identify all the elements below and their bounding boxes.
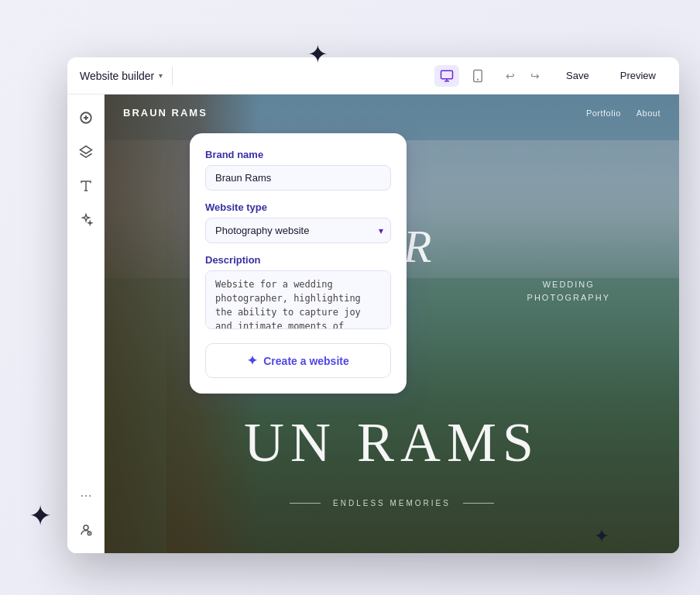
floating-panel: Brand name Website type Photography webs…	[190, 133, 407, 394]
mobile-device-btn[interactable]	[465, 65, 490, 87]
endless-memories: ENDLESS MEMORIES	[105, 499, 679, 507]
undo-button[interactable]: ↩	[499, 65, 521, 87]
line-left	[290, 503, 321, 504]
svg-point-11	[89, 495, 91, 497]
website-nav-about[interactable]: About	[637, 108, 661, 118]
sidebar-icon-account[interactable]	[72, 516, 100, 544]
website-nav-links: Portfolio About	[586, 108, 661, 118]
website-type-group: Website type Photography website Portfol…	[205, 201, 391, 243]
brand-name-label: Brand name	[205, 149, 391, 160]
brand-name-group: Brand name	[205, 149, 391, 191]
website-type-select-wrapper: Photography website Portfolio website Bu…	[205, 218, 391, 243]
desktop-device-btn[interactable]	[434, 65, 459, 87]
sidebar-icon-more[interactable]	[72, 482, 100, 510]
website-type-label: Website type	[205, 201, 391, 213]
website-type-select[interactable]: Photography website Portfolio website Bu…	[205, 218, 391, 243]
un-rams-text: UN RAMS	[105, 414, 679, 470]
create-btn-label: Create a website	[263, 355, 349, 367]
website-logo: BRAUN RAMS	[123, 107, 208, 119]
sidebar-icon-add[interactable]	[72, 104, 100, 132]
preview-button[interactable]: Preview	[609, 65, 667, 86]
brand-name-input[interactable]	[205, 165, 391, 191]
description-textarea[interactable]: Website for a wedding photographer, high…	[205, 270, 391, 329]
decorative-star-bottom-right: ✦	[594, 527, 609, 545]
website-nav: BRAUN RAMS Portfolio About	[105, 95, 679, 131]
toolbar-brand-chevron: ▾	[159, 71, 163, 80]
wedding-text: WEDDINGPHOTOGRAPHY	[527, 278, 610, 305]
svg-point-12	[84, 525, 88, 530]
line-right	[463, 503, 494, 504]
decorative-star-top: ✦	[307, 42, 328, 67]
svg-point-10	[84, 495, 86, 497]
undo-redo-group: ↩ ↪	[499, 65, 546, 87]
canvas: BRAUN RAMS Portfolio About ROMANTIC &MOM…	[105, 95, 679, 553]
toolbar: Website builder ▾	[67, 57, 679, 95]
sidebar-icon-type[interactable]	[72, 172, 100, 200]
toolbar-brand-label: Website builder	[80, 70, 154, 82]
svg-rect-0	[441, 71, 453, 79]
redo-button[interactable]: ↪	[524, 65, 546, 87]
save-button[interactable]: Save	[555, 65, 600, 86]
description-group: Description Website for a wedding photog…	[205, 254, 391, 332]
svg-marker-8	[80, 146, 91, 154]
decorative-star-bottom-left: ✦	[29, 502, 52, 530]
svg-point-9	[81, 495, 82, 497]
braun-rams-big: UN RAMS	[105, 414, 679, 470]
create-btn-star-icon: ✦	[247, 353, 257, 368]
description-label: Description	[205, 254, 391, 266]
browser-window: Website builder ▾	[67, 57, 679, 553]
website-nav-portfolio[interactable]: Portfolio	[586, 108, 621, 118]
sidebar-icon-layers[interactable]	[72, 138, 100, 166]
toolbar-divider	[172, 67, 173, 85]
toolbar-brand[interactable]: Website builder ▾	[80, 70, 163, 82]
endless-memories-text: ENDLESS MEMORIES	[333, 499, 451, 507]
main-area: BRAUN RAMS Portfolio About ROMANTIC &MOM…	[67, 95, 679, 553]
create-website-button[interactable]: ✦ Create a website	[205, 343, 391, 378]
sidebar-icon-ai[interactable]	[72, 206, 100, 234]
sidebar	[67, 95, 105, 553]
device-icons	[434, 65, 490, 87]
